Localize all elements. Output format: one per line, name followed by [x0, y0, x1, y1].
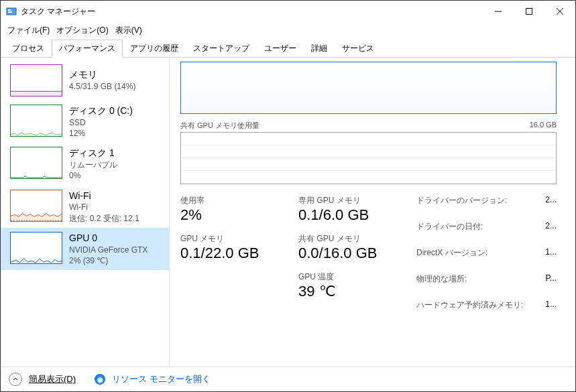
- sidebar-item-sub: 4.5/31.9 GB (14%): [69, 81, 135, 92]
- stat-value: 0.1/6.0 GB: [298, 206, 399, 224]
- main-panel: 共有 GPU メモリ使用量 16.0 GB 使用率 2% GPU メモリ 0.1…: [170, 58, 575, 367]
- spec-value: P...: [546, 273, 557, 285]
- resource-monitor-link[interactable]: リソース モニターを開く: [112, 373, 211, 385]
- tab-app-history[interactable]: アプリの履歴: [123, 40, 186, 58]
- chart-max: 16.0 GB: [530, 121, 557, 131]
- spec-label: ドライバーのバージョン:: [416, 195, 507, 206]
- menu-file[interactable]: ファイル(F): [5, 23, 52, 38]
- stat-value: 2%: [180, 206, 281, 224]
- sidebar-item-sub: Wi-Fi: [69, 202, 139, 212]
- sidebar-item-title: メモリ: [69, 68, 135, 81]
- thumb-gpu0: [10, 232, 62, 264]
- chart-label: 共有 GPU メモリ使用量: [180, 121, 260, 131]
- sidebar-item-text: メモリ 4.5/31.9 GB (14%): [69, 64, 135, 96]
- window-title: タスク マネージャー: [21, 6, 483, 17]
- menu-options[interactable]: オプション(O): [54, 23, 111, 38]
- thumb-memory: [10, 64, 62, 96]
- tab-services[interactable]: サービス: [335, 40, 382, 58]
- content: メモリ 4.5/31.9 GB (14%) ディスク 0 (C:) SSD 12…: [1, 58, 575, 367]
- chart-dedicated: [180, 62, 557, 114]
- resource-monitor-icon: ◉: [95, 374, 105, 385]
- simple-view-link[interactable]: 簡易表示(D): [29, 373, 76, 385]
- spec-label: ハードウェア予約済みメモリ:: [416, 300, 523, 311]
- sidebar-item-disk1[interactable]: ディスク 1 リムーバブル 0%: [1, 143, 169, 185]
- tab-processes[interactable]: プロセス: [5, 40, 52, 58]
- titlebar: タスク マネージャー: [1, 1, 575, 22]
- spec-value: 1...: [545, 247, 557, 259]
- window-controls: [483, 1, 575, 22]
- stat-label: GPU 温度: [298, 271, 399, 283]
- stat-col-1: 使用率 2% GPU メモリ 0.1/22.0 GB: [180, 195, 281, 316]
- app-icon: [6, 6, 17, 17]
- sidebar-item-title: Wi-Fi: [69, 190, 139, 202]
- stat-block: 専用 GPU メモリ 0.1/6.0 GB: [298, 195, 399, 224]
- sidebar-item-text: GPU 0 NVIDIA GeForce GTX 2% (39 ℃): [69, 232, 148, 266]
- sidebar-item-sub2: 送信: 0.2 受信: 12.1: [69, 213, 139, 224]
- tabs: プロセス パフォーマンス アプリの履歴 スタートアップ ユーザー 詳細 サービス: [1, 39, 575, 58]
- sidebar-item-sub2: 0%: [69, 170, 117, 181]
- spec-row: 物理的な場所:P...: [416, 273, 557, 285]
- thumb-wifi: [10, 190, 62, 222]
- chart-shared: [180, 132, 557, 184]
- sidebar: メモリ 4.5/31.9 GB (14%) ディスク 0 (C:) SSD 12…: [1, 58, 170, 367]
- spec-row: ドライバーの日付:2...: [416, 221, 557, 233]
- sidebar-item-title: ディスク 0 (C:): [69, 105, 133, 117]
- spec-label: 物理的な場所:: [416, 273, 467, 285]
- stat-block: GPU メモリ 0.1/22.0 GB: [180, 233, 281, 262]
- sidebar-item-text: ディスク 1 リムーバブル 0%: [69, 147, 117, 181]
- stat-value: 0.0/16.0 GB: [298, 245, 399, 262]
- stat-label: GPU メモリ: [180, 233, 281, 245]
- tab-details[interactable]: 詳細: [304, 40, 335, 58]
- tab-performance[interactable]: パフォーマンス: [52, 40, 123, 58]
- stat-value: 0.1/22.0 GB: [180, 245, 281, 262]
- stat-value: 39 ℃: [298, 283, 399, 300]
- svg-rect-2: [8, 11, 12, 13]
- sidebar-item-sub: リムーバブル: [69, 159, 117, 170]
- spec-value: 2...: [545, 195, 557, 206]
- sidebar-item-text: ディスク 0 (C:) SSD 12%: [69, 105, 133, 139]
- tab-users[interactable]: ユーザー: [257, 40, 304, 58]
- thumb-disk1: [10, 147, 62, 179]
- svg-rect-1: [8, 9, 11, 11]
- collapse-button[interactable]: [9, 373, 22, 386]
- spec-row: DirectX バージョン:1...: [416, 247, 557, 259]
- menu-view[interactable]: 表示(V): [113, 23, 145, 38]
- spec-row: ドライバーのバージョン:2...: [416, 195, 557, 206]
- sidebar-item-sub2: 12%: [69, 128, 133, 139]
- svg-rect-7: [11, 91, 62, 96]
- spec-row: ハードウェア予約済みメモリ:1...: [416, 300, 557, 311]
- spec-label: DirectX バージョン:: [416, 247, 487, 259]
- stat-block: GPU 温度 39 ℃: [298, 271, 399, 300]
- stat-label: 使用率: [180, 195, 281, 206]
- maximize-button[interactable]: [514, 1, 544, 22]
- stat-label: 専用 GPU メモリ: [298, 195, 399, 206]
- sidebar-item-disk0[interactable]: ディスク 0 (C:) SSD 12%: [1, 101, 169, 143]
- menubar: ファイル(F) オプション(O) 表示(V): [1, 22, 575, 39]
- thumb-disk0: [10, 105, 62, 137]
- stat-label: 共有 GPU メモリ: [298, 233, 399, 245]
- minimize-button[interactable]: [483, 1, 514, 22]
- sidebar-item-text: Wi-Fi Wi-Fi 送信: 0.2 受信: 12.1: [69, 190, 139, 224]
- sidebar-item-memory[interactable]: メモリ 4.5/31.9 GB (14%): [1, 60, 169, 101]
- svg-rect-4: [526, 9, 532, 15]
- tab-startup[interactable]: スタートアップ: [186, 40, 257, 58]
- footer: 簡易表示(D) ◉ リソース モニターを開く: [1, 367, 575, 391]
- sidebar-item-gpu0[interactable]: GPU 0 NVIDIA GeForce GTX 2% (39 ℃): [1, 228, 169, 270]
- chart-label-row: 共有 GPU メモリ使用量 16.0 GB: [180, 121, 557, 131]
- sidebar-item-sub2: 2% (39 ℃): [69, 255, 148, 266]
- sidebar-item-wifi[interactable]: Wi-Fi Wi-Fi 送信: 0.2 受信: 12.1: [1, 186, 169, 228]
- spec-label: ドライバーの日付:: [416, 221, 483, 233]
- close-button[interactable]: [544, 1, 575, 22]
- sidebar-item-sub: NVIDIA GeForce GTX: [69, 245, 148, 255]
- sidebar-item-sub: SSD: [69, 117, 133, 128]
- spec-value: 1...: [545, 300, 557, 311]
- stat-col-specs: ドライバーのバージョン:2... ドライバーの日付:2... DirectX バ…: [416, 195, 557, 316]
- stats: 使用率 2% GPU メモリ 0.1/22.0 GB 専用 GPU メモリ 0.…: [180, 195, 557, 316]
- stat-col-2: 専用 GPU メモリ 0.1/6.0 GB 共有 GPU メモリ 0.0/16.…: [298, 195, 399, 316]
- stat-block: 共有 GPU メモリ 0.0/16.0 GB: [298, 233, 399, 262]
- sidebar-item-title: ディスク 1: [69, 147, 117, 159]
- stat-block: 使用率 2%: [180, 195, 281, 224]
- spec-value: 2...: [545, 221, 557, 233]
- sidebar-item-title: GPU 0: [69, 232, 148, 245]
